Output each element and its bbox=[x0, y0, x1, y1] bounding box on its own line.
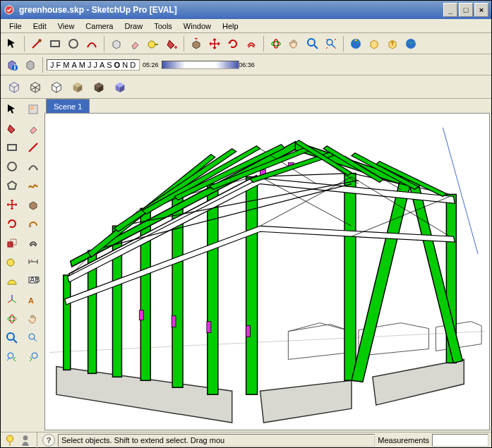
eraser-tool-side[interactable] bbox=[23, 119, 43, 138]
shaded-textures-style[interactable] bbox=[88, 77, 109, 97]
line-tool-side[interactable] bbox=[23, 138, 43, 157]
dimension-tool-side[interactable] bbox=[23, 253, 43, 271]
arc-tool[interactable] bbox=[83, 35, 100, 52]
model-render bbox=[45, 114, 489, 430]
separator bbox=[42, 57, 43, 73]
rotate-tool[interactable] bbox=[224, 35, 241, 52]
polygon-tool-side[interactable] bbox=[2, 176, 22, 195]
content-area: ABC A Scene 1 bbox=[1, 99, 491, 432]
titlebar[interactable]: greenhouse.skp - SketchUp Pro [EVAL] _ □… bbox=[1, 1, 491, 19]
time-slider[interactable] bbox=[162, 61, 239, 69]
close-button[interactable]: × bbox=[474, 3, 488, 17]
svg-point-7 bbox=[308, 39, 315, 46]
paint-bucket-tool[interactable] bbox=[163, 35, 180, 52]
rectangle-tool[interactable] bbox=[47, 35, 64, 52]
make-component-tool[interactable] bbox=[108, 35, 125, 52]
tape-measure-tool[interactable] bbox=[145, 35, 162, 52]
monochrome-style[interactable] bbox=[109, 77, 131, 97]
svg-rect-14 bbox=[30, 107, 34, 110]
menu-window[interactable]: Window bbox=[178, 20, 217, 32]
scene-tab-1[interactable]: Scene 1 bbox=[46, 99, 90, 113]
wireframe-style[interactable] bbox=[25, 77, 46, 97]
select-tool-side[interactable] bbox=[2, 100, 22, 119]
push-pull-tool[interactable] bbox=[188, 35, 205, 52]
zoom-extents-tool[interactable] bbox=[323, 35, 340, 52]
select-tool[interactable] bbox=[4, 35, 20, 52]
help-icon[interactable]: ? bbox=[42, 434, 55, 447]
menu-file[interactable]: File bbox=[4, 20, 28, 32]
paint-tool-side[interactable] bbox=[2, 119, 22, 138]
shaded-style[interactable] bbox=[67, 77, 88, 97]
freehand-tool-side[interactable] bbox=[23, 176, 43, 195]
measurements-input[interactable] bbox=[432, 434, 488, 447]
svg-point-2 bbox=[69, 40, 78, 48]
svg-text:ABC: ABC bbox=[30, 275, 40, 284]
window-controls: _ □ × bbox=[443, 3, 488, 17]
maximize-button[interactable]: □ bbox=[459, 3, 473, 17]
circle-tool-side[interactable] bbox=[2, 157, 22, 176]
menu-camera[interactable]: Camera bbox=[80, 20, 119, 32]
svg-rect-40 bbox=[139, 310, 143, 320]
offset-tool-side[interactable] bbox=[23, 234, 43, 252]
status-bar: ? Select objects. Shift to extend select… bbox=[1, 432, 491, 447]
pan-tool[interactable] bbox=[286, 35, 303, 52]
3dtext-tool-side[interactable]: A bbox=[23, 291, 43, 309]
zoom-tool-side[interactable] bbox=[2, 329, 22, 347]
viewport-area: Scene 1 bbox=[44, 99, 491, 432]
month-selector[interactable]: J F M A M J J A S O N D bbox=[47, 59, 140, 71]
entity-info-tool[interactable] bbox=[22, 56, 39, 73]
menu-help[interactable]: Help bbox=[217, 20, 244, 32]
orbit-tool[interactable] bbox=[268, 35, 284, 52]
protractor-tool-side[interactable] bbox=[2, 272, 22, 290]
google-earth-tool[interactable] bbox=[402, 35, 419, 52]
3d-viewport[interactable] bbox=[44, 113, 490, 430]
previous-view-tool[interactable] bbox=[2, 348, 22, 366]
geo-location-icon[interactable] bbox=[4, 434, 16, 447]
component-tool-side[interactable] bbox=[23, 100, 43, 119]
axes-tool-side[interactable] bbox=[2, 291, 22, 309]
svg-point-4 bbox=[174, 46, 177, 49]
tape-tool-side[interactable] bbox=[2, 253, 22, 271]
text-tool-side[interactable]: ABC bbox=[23, 272, 43, 290]
orbit-tool-side[interactable] bbox=[2, 310, 22, 328]
followme-tool-side[interactable] bbox=[23, 214, 43, 233]
circle-tool[interactable] bbox=[65, 35, 82, 52]
svg-rect-36 bbox=[208, 184, 218, 395]
hidden-line-style[interactable] bbox=[46, 77, 67, 97]
pushpull-tool-side[interactable] bbox=[23, 195, 43, 214]
rectangle-tool-side[interactable] bbox=[2, 138, 22, 157]
menu-draw[interactable]: Draw bbox=[119, 20, 148, 32]
shadow-time-strip: J F M A M J J A S O N D 05:26 Noon 06:36 bbox=[47, 59, 255, 71]
upload-tool[interactable] bbox=[384, 35, 401, 52]
move-tool-side[interactable] bbox=[2, 195, 22, 214]
xray-style[interactable] bbox=[4, 77, 25, 97]
menu-view[interactable]: View bbox=[52, 20, 80, 32]
minimize-button[interactable]: _ bbox=[443, 3, 457, 17]
move-tool[interactable] bbox=[206, 35, 223, 52]
svg-point-29 bbox=[32, 353, 37, 358]
zoom-extents-tool-side[interactable] bbox=[23, 329, 43, 347]
svg-text:i: i bbox=[13, 63, 16, 71]
line-tool[interactable] bbox=[28, 35, 45, 52]
eraser-tool[interactable] bbox=[126, 35, 143, 52]
credits-icon[interactable] bbox=[19, 434, 32, 447]
menu-edit[interactable]: Edit bbox=[28, 20, 52, 32]
secondary-toolbar: i J F M A M J J A S O N D 05:26 Noon 06:… bbox=[1, 54, 491, 75]
get-models-tool[interactable] bbox=[347, 35, 364, 52]
zoom-tool[interactable] bbox=[304, 35, 321, 52]
side-toolbar: ABC A bbox=[1, 99, 44, 432]
scale-tool-side[interactable] bbox=[2, 234, 22, 252]
svg-rect-15 bbox=[8, 145, 16, 150]
offset-tool[interactable] bbox=[243, 35, 260, 52]
arc-tool-side[interactable] bbox=[23, 157, 43, 176]
separator bbox=[184, 36, 184, 52]
pan-tool-side[interactable] bbox=[23, 310, 43, 328]
svg-point-27 bbox=[29, 334, 35, 339]
svg-point-20 bbox=[7, 259, 14, 266]
rotate-tool-side[interactable] bbox=[2, 214, 22, 233]
app-window: greenhouse.skp - SketchUp Pro [EVAL] _ □… bbox=[0, 0, 492, 448]
menu-tools[interactable]: Tools bbox=[148, 20, 178, 32]
model-info-tool[interactable]: i bbox=[4, 56, 20, 73]
share-model-tool[interactable] bbox=[366, 35, 383, 52]
next-view-tool[interactable] bbox=[23, 348, 43, 366]
